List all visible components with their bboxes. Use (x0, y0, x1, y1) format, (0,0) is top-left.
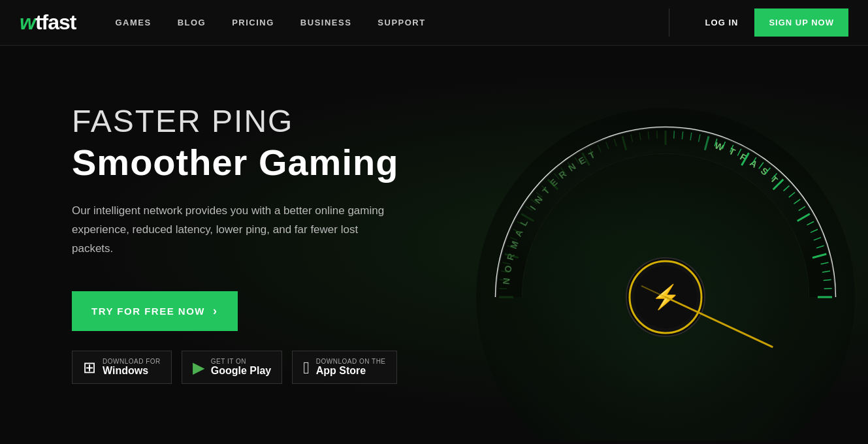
google-play-text: GET IT ON Google Play (211, 358, 271, 377)
signup-button[interactable]: SIGN UP NOW (754, 8, 848, 37)
logo-w: w (20, 10, 35, 34)
hero-section: FASTER PING Smoother Gaming Our intellig… (0, 46, 868, 444)
svg-line-68 (824, 289, 832, 289)
nav-pricing[interactable]: PRICING (232, 18, 274, 27)
try-free-label: TRY FOR FREE NOW (91, 306, 205, 317)
logo-text: wtfast (20, 10, 76, 35)
nav-games[interactable]: GAMES (115, 18, 151, 27)
download-buttons: ⊞ Download for Windows ▶ GET IT ON Googl… (72, 351, 398, 384)
app-store-button[interactable]:  Download on the App Store (292, 351, 396, 384)
login-button[interactable]: LOG IN (689, 18, 755, 27)
svg-line-40 (674, 131, 675, 138)
google-play-icon: ▶ (193, 360, 204, 375)
try-free-button[interactable]: TRY FOR FREE NOW › (72, 291, 238, 331)
hero-title: Smoother Gaming (72, 142, 398, 183)
speedometer-svg: ⚡ NORMAL INTERNET WTFAST (437, 49, 868, 441)
nav-blog[interactable]: BLOG (178, 18, 206, 27)
hero-content: FASTER PING Smoother Gaming Our intellig… (0, 106, 398, 384)
logo[interactable]: wtfast (20, 10, 76, 35)
nav-business[interactable]: BUSINESS (300, 18, 351, 27)
nav-support[interactable]: SUPPORT (378, 18, 425, 27)
hero-subtitle: FASTER PING (72, 106, 398, 137)
hero-description: Our intelligent network provides you wit… (72, 202, 398, 259)
navbar: wtfast GAMES BLOG PRICING BUSINESS SUPPO… (0, 0, 868, 46)
google-play-button[interactable]: ▶ GET IT ON Google Play (182, 351, 282, 384)
nav-right: LOG IN SIGN UP NOW (669, 8, 848, 37)
windows-download-text: Download for Windows (103, 358, 161, 377)
arrow-icon: › (213, 304, 218, 318)
svg-line-10 (499, 289, 507, 289)
speedometer: ⚡ NORMAL INTERNET WTFAST (437, 49, 868, 441)
windows-download-button[interactable]: ⊞ Download for Windows (72, 351, 172, 384)
apple-icon:  (303, 359, 310, 376)
app-store-text: Download on the App Store (316, 358, 386, 377)
svg-line-38 (657, 131, 658, 138)
windows-icon: ⊞ (83, 360, 96, 375)
nav-links: GAMES BLOG PRICING BUSINESS SUPPORT (115, 18, 662, 27)
